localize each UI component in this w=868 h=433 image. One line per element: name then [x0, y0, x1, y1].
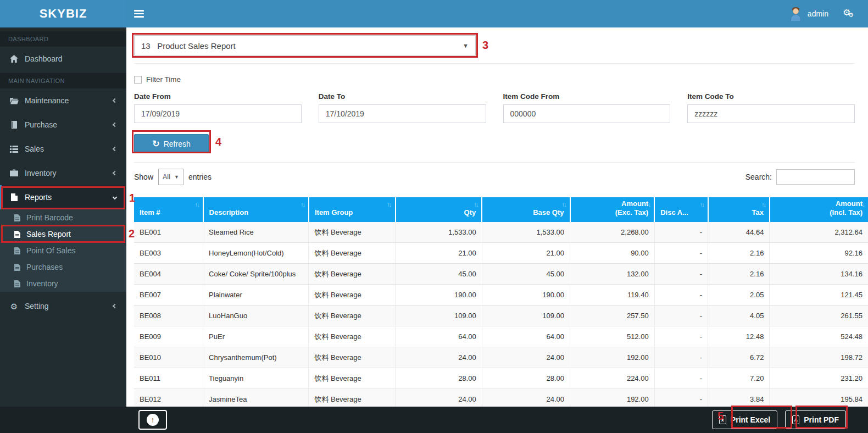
date-from-input[interactable] — [134, 104, 302, 123]
table-cell: - — [654, 222, 708, 243]
table-row: BE007Plainwater饮料 Beverage190.00190.0011… — [134, 285, 868, 306]
table-cell: 2,312.64 — [770, 222, 868, 243]
sidebar-item-print-barcode[interactable]: Print Barcode — [0, 209, 126, 226]
chevron-left-icon — [113, 98, 117, 103]
table-cell: 190.00 — [482, 285, 570, 306]
table-cell: 2,268.00 — [570, 222, 655, 243]
sidebar-section-dashboard: DASHBOARD — [0, 31, 126, 47]
search-input[interactable] — [776, 169, 855, 185]
sort-icon: ↑↓ — [195, 200, 199, 209]
page-size-select[interactable]: All ▼ — [158, 169, 183, 185]
column-header[interactable]: ↑↓Amount(Exc. Tax) — [570, 197, 655, 222]
filter-time-label: Filter Time — [146, 75, 181, 84]
report-type-select[interactable]: 13 Product Sales Report ▼ — [134, 35, 476, 56]
settings-gears-icon[interactable]: ⚙⚙ — [843, 8, 855, 19]
table-cell: - — [654, 368, 708, 389]
refresh-button[interactable]: ↻ Refresh — [134, 134, 209, 153]
table-cell: BE008 — [134, 306, 203, 326]
gears-icon: ⚙ — [9, 302, 19, 310]
table-cell: Coke/ Coke/ Sprite/100plus — [203, 264, 309, 285]
sidebar-item-maintenance[interactable]: Maintenance — [0, 88, 126, 113]
user-menu[interactable]: admin — [789, 7, 828, 21]
table-row: BE004Coke/ Coke/ Sprite/100plus饮料 Bevera… — [134, 264, 868, 285]
file-icon — [9, 193, 19, 201]
footer-bar: ↑ x Print Excel A Print PDF — [0, 407, 868, 433]
caret-down-icon: ▼ — [463, 42, 469, 49]
column-header[interactable]: ↑↓Description — [203, 197, 309, 222]
table-cell: 21.00 — [482, 243, 570, 264]
sidebar-item-inventory-report[interactable]: Inventory — [0, 275, 126, 292]
table-cell: BE009 — [134, 326, 203, 347]
filter-time-checkbox[interactable] — [134, 76, 142, 84]
briefcase-icon — [9, 169, 19, 177]
sidebar-item-sales[interactable]: Sales — [0, 137, 126, 161]
item-code-from-input[interactable] — [503, 104, 671, 123]
sidebar-item-purchase[interactable]: Purchase — [0, 113, 126, 137]
scroll-top-button[interactable]: ↑ — [138, 410, 167, 430]
table-cell: LuoHanGuo — [203, 306, 309, 326]
column-header[interactable]: ↑↓Item # — [134, 197, 203, 222]
sidebar-item-purchases[interactable]: Purchases — [0, 259, 126, 275]
column-header[interactable]: ↑↓Amount(Incl. Tax) — [770, 197, 868, 222]
report-type-selected: 13 Product Sales Report — [141, 41, 236, 51]
table-cell: 24.00 — [396, 347, 482, 368]
sidebar-item-reports[interactable]: Reports — [0, 185, 126, 209]
table-cell: 饮料 Beverage — [309, 243, 396, 264]
table-cell: BE003 — [134, 243, 203, 264]
table-cell: 饮料 Beverage — [309, 368, 396, 389]
table-cell: 6.72 — [708, 347, 770, 368]
table-cell: 45.00 — [482, 264, 570, 285]
table-cell: 64.00 — [482, 326, 570, 347]
table-cell: 132.00 — [570, 264, 655, 285]
column-header[interactable]: ↑↓Item Group — [309, 197, 396, 222]
brand-logo[interactable]: SKYBIZ — [0, 0, 126, 27]
column-header[interactable]: ↑↓Base Qty — [482, 197, 570, 222]
table-cell: 524.48 — [770, 326, 868, 347]
folder-icon — [9, 97, 19, 104]
print-pdf-button[interactable]: A Print PDF — [785, 410, 846, 429]
table-cell: 45.00 — [396, 264, 482, 285]
file-text-icon — [13, 231, 21, 238]
table-cell: - — [654, 326, 708, 347]
table-cell: - — [654, 347, 708, 368]
sidebar-item-label: Sales Report — [26, 230, 71, 238]
sidebar-item-setting[interactable]: ⚙ Setting — [0, 294, 126, 318]
refresh-icon: ↻ — [152, 140, 159, 148]
date-to-input[interactable] — [319, 104, 486, 123]
table-cell: - — [654, 285, 708, 306]
file-text-icon — [13, 264, 21, 271]
item-code-to-input[interactable] — [687, 104, 855, 123]
sidebar-item-label: Point Of Sales — [26, 246, 76, 255]
print-excel-button[interactable]: x Print Excel — [712, 410, 777, 429]
sidebar-toggle-icon[interactable] — [134, 8, 144, 19]
print-excel-label: Print Excel — [731, 415, 770, 424]
table-cell: 饮料 Beverage — [309, 306, 396, 326]
list-icon — [9, 146, 19, 153]
app-window: SKYBIZ DASHBOARD Dashboard MAIN NAVIGATI… — [0, 0, 868, 433]
sidebar-item-label: Reports — [25, 193, 52, 202]
sidebar-item-point-of-sales[interactable]: Point Of Sales — [0, 242, 126, 259]
sidebar-item-dashboard[interactable]: Dashboard — [0, 47, 126, 71]
sort-icon: ↑↓ — [860, 200, 864, 209]
table-cell: 28.00 — [396, 368, 482, 389]
table-controls: Show All ▼ entries Search: — [134, 169, 855, 185]
column-header[interactable]: ↑↓Tax — [708, 197, 770, 222]
table-cell: 4.05 — [708, 306, 770, 326]
table-cell: 90.00 — [570, 243, 655, 264]
table-cell: BE011 — [134, 368, 203, 389]
table-cell: 饮料 Beverage — [309, 285, 396, 306]
sort-icon: ↑↓ — [700, 200, 704, 209]
table-cell: 饮料 Beverage — [309, 326, 396, 347]
sidebar-item-inventory[interactable]: Inventory — [0, 161, 126, 185]
avatar — [789, 7, 803, 21]
sidebar-item-sales-report[interactable]: Sales Report — [0, 226, 126, 242]
table-cell: 261.55 — [770, 306, 868, 326]
table-cell: 92.16 — [770, 243, 868, 264]
file-text-icon — [13, 247, 21, 254]
table-cell: 1,533.00 — [396, 222, 482, 243]
table-cell: 134.16 — [770, 264, 868, 285]
column-header[interactable]: ↑↓Disc A... — [654, 197, 708, 222]
chevron-left-icon — [113, 171, 117, 175]
column-header[interactable]: ↑↓Qty — [396, 197, 482, 222]
table-cell: 12.48 — [708, 326, 770, 347]
